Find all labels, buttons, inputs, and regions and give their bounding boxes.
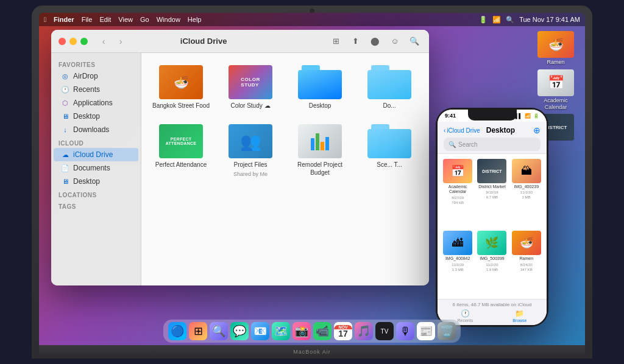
iphone-tab-recents[interactable]: 🕐 Recents <box>457 309 473 323</box>
menu-file[interactable]: File <box>82 16 93 23</box>
iphone-img2-name: IMG_400842 <box>445 256 470 261</box>
iphone-img3-name: IMG_500399 <box>480 256 504 261</box>
applications-icon: ⬡ <box>61 99 69 107</box>
recents-icon: 🕐 <box>61 85 69 94</box>
finder-content: 🍜 Bangkok Street Food COLORSTUDY Color S… <box>141 53 429 285</box>
dock-appletv[interactable]: TV <box>375 322 394 340</box>
tags-section: Tags <box>51 200 141 211</box>
menu-help[interactable]: Help <box>188 16 202 23</box>
sidebar-item-documents[interactable]: 📄 Documents <box>54 161 138 175</box>
dock-mail[interactable]: 📧 <box>251 322 269 340</box>
menu-window[interactable]: Window <box>157 16 180 23</box>
menu-finder[interactable]: Finder <box>54 16 74 23</box>
iphone-wifi: 📶 <box>525 113 531 119</box>
apple-menu[interactable]:  <box>44 16 46 23</box>
sidebar-item-airdrop[interactable]: ◎ AirDrop <box>54 69 138 83</box>
dock-photos[interactable]: 📸 <box>292 322 311 340</box>
sidebar-item-desktop-icloud[interactable]: 🖥 Desktop <box>54 175 138 188</box>
sidebar-item-applications[interactable]: ⬡ Applications <box>54 96 138 110</box>
more-icon[interactable]: ☺ <box>388 34 402 49</box>
iphone-img2-size: 1.3 MB <box>452 268 464 271</box>
desktop-icon-ramen[interactable]: 🍜 Ramen <box>534 31 578 66</box>
close-button[interactable] <box>58 38 66 45</box>
iphone-back-button[interactable]: ‹ iCloud Drive <box>444 127 480 134</box>
dock-trash[interactable]: 🗑️ <box>438 322 456 340</box>
bar-3 <box>321 142 324 150</box>
menu-view[interactable]: View <box>118 16 133 23</box>
dock-calendar[interactable]: NOV 17 <box>334 322 352 340</box>
icloud-drive-label: iCloud Drive <box>73 150 113 159</box>
iphone-img2-thumb: 🏙 <box>443 231 472 255</box>
screen-bezel:  Finder File Edit View Go Window Help 🔋… <box>39 13 585 345</box>
menu-edit[interactable]: Edit <box>99 16 111 23</box>
desktop-icon-calendar[interactable]: 📅 AcademicCalendar <box>534 69 578 111</box>
file-item-scene[interactable]: Sce... T... <box>357 119 422 182</box>
back-label: iCloud Drive <box>447 127 480 134</box>
iphone-tab-browse[interactable]: 📁 Browse <box>512 309 526 323</box>
dock-music[interactable]: 🎵 <box>355 322 373 340</box>
iphone-img2-date: 11/2/20 <box>452 263 464 267</box>
dock-facetime[interactable]: 📹 <box>313 322 332 340</box>
iphone-file-ramen[interactable]: 🍜 Ramen 8/24/20 347 KB <box>511 231 542 294</box>
browse-tab-label: Browse <box>512 318 526 323</box>
airdrop-icon: ◎ <box>61 72 69 80</box>
file-item-remodel[interactable]: Remodel Project Budget <box>288 119 352 182</box>
desktop2-label: Desktop <box>73 177 100 186</box>
iphone-file-district[interactable]: DISTRICT District Market 9/10/18 6.7 MB <box>477 159 507 227</box>
macbook-shell:  Finder File Edit View Go Window Help 🔋… <box>32 5 592 359</box>
iphone-search-bar[interactable]: 🔍 Search <box>444 138 541 151</box>
icloud-drive-icon: ☁ <box>61 150 69 159</box>
dock-spotlight[interactable]: 🔍 <box>210 322 228 340</box>
iphone-district-thumb: DISTRICT <box>477 159 506 183</box>
recents-tab-label: Recents <box>457 318 473 323</box>
file-item-bangkok[interactable]: 🍜 Bangkok Street Food <box>149 60 213 114</box>
iphone-files-grid: 📅 Academic Calendar 8/27/20 704 KB DISTR… <box>438 154 547 299</box>
project-files-name: Project Files <box>233 161 267 169</box>
desktop-icon-sidebar: 🖥 <box>61 112 69 121</box>
iphone-file-academic[interactable]: 📅 Academic Calendar 8/27/20 704 KB <box>442 159 473 227</box>
macbook-label: MacBook Air <box>293 349 331 355</box>
dock-maps[interactable]: 🗺️ <box>272 322 290 340</box>
file-item-color-study[interactable]: COLORSTUDY Color Study ☁ <box>218 60 283 114</box>
dock-launchpad[interactable]: ⊞ <box>189 322 207 340</box>
sidebar-item-downloads[interactable]: ↓ Downloads <box>54 123 138 136</box>
dock-finder[interactable]: 🔵 <box>168 322 186 340</box>
search-icon[interactable]: 🔍 <box>407 34 422 49</box>
view-toggle-icon[interactable]: ⊞ <box>329 34 344 49</box>
dock-messages[interactable]: 💬 <box>230 322 249 340</box>
iphone-more-icon[interactable]: ⊕ <box>533 125 541 135</box>
files-grid: 🍜 Bangkok Street Food COLORSTUDY Color S… <box>149 60 422 182</box>
sidebar-item-icloud-drive[interactable]: ☁ iCloud Drive <box>54 148 138 161</box>
dock-podcast[interactable]: 🎙 <box>396 322 414 340</box>
recents-label: Recents <box>73 85 100 94</box>
fullscreen-button[interactable] <box>80 38 88 45</box>
search-icon[interactable]: 🔍 <box>506 16 514 24</box>
iphone-ramen-size: 347 KB <box>520 268 533 271</box>
sidebar-item-desktop[interactable]: 🖥 Desktop <box>54 110 138 123</box>
finder-window: ‹ › iCloud Drive ⊞ ⬆ ⬤ ☺ 🔍 Favorite <box>51 30 429 285</box>
share-icon[interactable]: ⬆ <box>349 34 363 49</box>
back-chevron: ‹ <box>444 127 445 134</box>
sidebar-item-recents[interactable]: 🕐 Recents <box>54 83 138 96</box>
iphone-file-img400842[interactable]: 🏙 IMG_400842 11/2/20 1.3 MB <box>442 231 473 294</box>
ramen-label: Ramen <box>547 59 564 66</box>
file-item-desktop[interactable]: Desktop <box>288 60 352 114</box>
file-item-attendance[interactable]: PERFECT ATTENDANCE Perfect Attendance <box>149 119 213 182</box>
iphone-nav-title: Desktop <box>486 126 515 135</box>
iphone-file-img500399[interactable]: 🌿 IMG_500399 11/2/20 1.9 MB <box>477 231 507 294</box>
iphone-img1-date: 11/2/20 <box>520 191 533 194</box>
window-title: iCloud Drive <box>180 37 227 46</box>
iphone-notch <box>468 110 517 121</box>
dock-news[interactable]: 📰 <box>417 322 435 340</box>
iphone-file-img400239[interactable]: 🏔 IMG_400239 11/2/20 2 MB <box>511 159 542 227</box>
documents-icon: 📄 <box>61 164 69 172</box>
tag-icon[interactable]: ⬤ <box>368 34 383 49</box>
file-item-do[interactable]: Do... <box>357 60 422 114</box>
menubar-clock: Tue Nov 17 9:41 AM <box>519 16 580 23</box>
file-item-project-files[interactable]: 👥 Project Files Shared by Me <box>218 119 283 182</box>
back-button[interactable]: ‹ <box>98 35 110 47</box>
forward-button[interactable]: › <box>115 35 127 47</box>
minimize-button[interactable] <box>69 38 77 45</box>
toolbar-icons: ⊞ ⬆ ⬤ ☺ 🔍 <box>329 34 422 49</box>
menu-go[interactable]: Go <box>140 16 149 23</box>
